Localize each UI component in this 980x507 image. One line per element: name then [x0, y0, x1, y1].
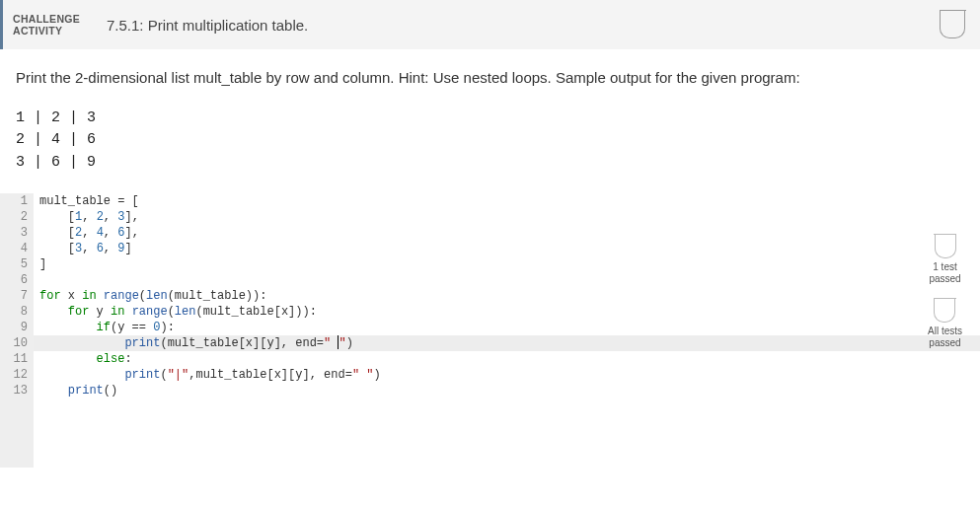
line-number-gutter: 1 2 3 4 5 6 7 8 9 10 11 12 13: [0, 193, 34, 398]
code-line: for x in range(len(mult_table)):: [34, 288, 980, 304]
challenge-title: 7.5.1: Print multiplication table.: [97, 0, 308, 49]
code-line: print(): [34, 383, 980, 398]
bookmark-button[interactable]: [925, 0, 980, 49]
code-content[interactable]: mult_table = [ [1, 2, 3], [2, 4, 6], [3,…: [34, 193, 980, 398]
test-status-single[interactable]: 1 testpassed: [929, 235, 960, 285]
sample-output: 1 | 2 | 3 2 | 4 | 6 3 | 6 | 9: [0, 100, 980, 194]
line-number: 6: [0, 272, 28, 288]
line-number: 3: [0, 225, 28, 241]
line-number: 10: [0, 335, 28, 351]
line-number: 1: [0, 193, 28, 209]
test-status-sidebar: 1 testpassed All testspassed: [918, 235, 972, 349]
line-number: 4: [0, 241, 28, 256]
code-line: [3, 6, 9]: [34, 241, 980, 256]
challenge-activity-label: CHALLENGE ACTIVITY: [3, 0, 97, 49]
challenge-label-line2: ACTIVITY: [13, 25, 87, 36]
test-status-all[interactable]: All testspassed: [928, 299, 962, 349]
code-line: ]: [34, 256, 980, 272]
line-number: 7: [0, 288, 28, 304]
pocket-icon: [935, 235, 956, 258]
pocket-icon: [934, 299, 955, 323]
instructions-text: Print the 2-dimensional list mult_table …: [0, 49, 980, 100]
line-number: 9: [0, 320, 28, 335]
code-line: [1, 2, 3],: [34, 209, 980, 225]
challenge-label-line1: CHALLENGE: [13, 13, 87, 25]
code-line-active: print(mult_table[x][y], end=" "): [34, 335, 980, 351]
line-number: 2: [0, 209, 28, 225]
line-number: 12: [0, 367, 28, 383]
code-line: else:: [34, 351, 980, 367]
gutter-fill: [0, 398, 34, 468]
code-line: [34, 272, 980, 288]
test-label: All testspassed: [928, 326, 962, 349]
code-line: if(y == 0):: [34, 320, 980, 335]
header-spacer: [308, 0, 925, 49]
code-editor-area: 1 2 3 4 5 6 7 8 9 10 11 12 13 mult_table…: [0, 193, 980, 468]
test-label: 1 testpassed: [929, 261, 960, 285]
line-number: 11: [0, 351, 28, 367]
line-number: 13: [0, 383, 28, 398]
code-line: for y in range(len(mult_table[x])):: [34, 304, 980, 320]
code-editor[interactable]: 1 2 3 4 5 6 7 8 9 10 11 12 13 mult_table…: [0, 193, 980, 398]
code-line: mult_table = [: [34, 193, 980, 209]
challenge-header: CHALLENGE ACTIVITY 7.5.1: Print multipli…: [0, 0, 980, 49]
code-line: print("|",mult_table[x][y], end=" "): [34, 367, 980, 383]
code-line: [2, 4, 6],: [34, 225, 980, 241]
line-number: 5: [0, 256, 28, 272]
line-number: 8: [0, 304, 28, 320]
pocket-icon: [940, 11, 965, 38]
